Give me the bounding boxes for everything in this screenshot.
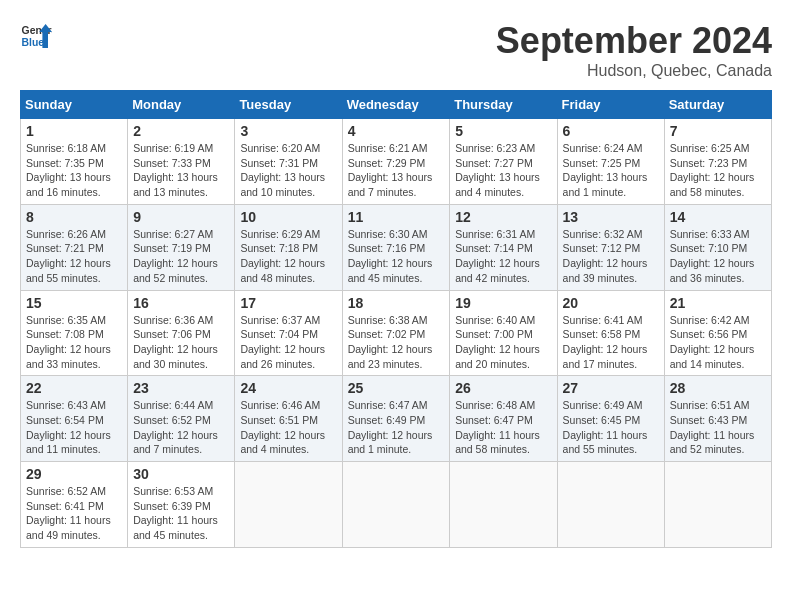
day-info: Sunrise: 6:26 AM Sunset: 7:21 PM Dayligh… [26, 227, 122, 286]
calendar-cell: 1Sunrise: 6:18 AM Sunset: 7:35 PM Daylig… [21, 119, 128, 205]
day-info: Sunrise: 6:40 AM Sunset: 7:00 PM Dayligh… [455, 313, 551, 372]
calendar-cell: 14Sunrise: 6:33 AM Sunset: 7:10 PM Dayli… [664, 204, 771, 290]
title-section: September 2024 Hudson, Quebec, Canada [496, 20, 772, 80]
day-number: 11 [348, 209, 445, 225]
calendar-cell: 3Sunrise: 6:20 AM Sunset: 7:31 PM Daylig… [235, 119, 342, 205]
col-tuesday: Tuesday [235, 91, 342, 119]
day-number: 5 [455, 123, 551, 139]
day-number: 3 [240, 123, 336, 139]
day-info: Sunrise: 6:32 AM Sunset: 7:12 PM Dayligh… [563, 227, 659, 286]
day-info: Sunrise: 6:42 AM Sunset: 6:56 PM Dayligh… [670, 313, 766, 372]
day-info: Sunrise: 6:19 AM Sunset: 7:33 PM Dayligh… [133, 141, 229, 200]
day-info: Sunrise: 6:27 AM Sunset: 7:19 PM Dayligh… [133, 227, 229, 286]
day-number: 30 [133, 466, 229, 482]
svg-text:Blue: Blue [22, 37, 45, 48]
day-number: 28 [670, 380, 766, 396]
calendar-cell: 27Sunrise: 6:49 AM Sunset: 6:45 PM Dayli… [557, 376, 664, 462]
day-number: 24 [240, 380, 336, 396]
col-monday: Monday [128, 91, 235, 119]
calendar-cell: 21Sunrise: 6:42 AM Sunset: 6:56 PM Dayli… [664, 290, 771, 376]
calendar-cell: 23Sunrise: 6:44 AM Sunset: 6:52 PM Dayli… [128, 376, 235, 462]
calendar-cell: 26Sunrise: 6:48 AM Sunset: 6:47 PM Dayli… [450, 376, 557, 462]
day-info: Sunrise: 6:52 AM Sunset: 6:41 PM Dayligh… [26, 484, 122, 543]
col-saturday: Saturday [664, 91, 771, 119]
day-number: 7 [670, 123, 766, 139]
day-info: Sunrise: 6:38 AM Sunset: 7:02 PM Dayligh… [348, 313, 445, 372]
calendar-cell: 4Sunrise: 6:21 AM Sunset: 7:29 PM Daylig… [342, 119, 450, 205]
logo-icon: General Blue [20, 20, 52, 52]
col-friday: Friday [557, 91, 664, 119]
day-info: Sunrise: 6:51 AM Sunset: 6:43 PM Dayligh… [670, 398, 766, 457]
day-number: 13 [563, 209, 659, 225]
calendar-cell: 15Sunrise: 6:35 AM Sunset: 7:08 PM Dayli… [21, 290, 128, 376]
day-info: Sunrise: 6:23 AM Sunset: 7:27 PM Dayligh… [455, 141, 551, 200]
calendar-cell: 19Sunrise: 6:40 AM Sunset: 7:00 PM Dayli… [450, 290, 557, 376]
col-wednesday: Wednesday [342, 91, 450, 119]
day-info: Sunrise: 6:44 AM Sunset: 6:52 PM Dayligh… [133, 398, 229, 457]
day-number: 23 [133, 380, 229, 396]
calendar-week-5: 29Sunrise: 6:52 AM Sunset: 6:41 PM Dayli… [21, 462, 772, 548]
day-info: Sunrise: 6:21 AM Sunset: 7:29 PM Dayligh… [348, 141, 445, 200]
calendar-cell [342, 462, 450, 548]
day-number: 19 [455, 295, 551, 311]
calendar-cell: 17Sunrise: 6:37 AM Sunset: 7:04 PM Dayli… [235, 290, 342, 376]
day-info: Sunrise: 6:47 AM Sunset: 6:49 PM Dayligh… [348, 398, 445, 457]
calendar-cell: 6Sunrise: 6:24 AM Sunset: 7:25 PM Daylig… [557, 119, 664, 205]
day-info: Sunrise: 6:37 AM Sunset: 7:04 PM Dayligh… [240, 313, 336, 372]
calendar-cell: 18Sunrise: 6:38 AM Sunset: 7:02 PM Dayli… [342, 290, 450, 376]
day-number: 9 [133, 209, 229, 225]
day-number: 16 [133, 295, 229, 311]
day-info: Sunrise: 6:31 AM Sunset: 7:14 PM Dayligh… [455, 227, 551, 286]
location: Hudson, Quebec, Canada [496, 62, 772, 80]
day-number: 1 [26, 123, 122, 139]
day-info: Sunrise: 6:43 AM Sunset: 6:54 PM Dayligh… [26, 398, 122, 457]
day-number: 2 [133, 123, 229, 139]
day-number: 20 [563, 295, 659, 311]
month-title: September 2024 [496, 20, 772, 62]
calendar-table: Sunday Monday Tuesday Wednesday Thursday… [20, 90, 772, 548]
calendar-cell: 24Sunrise: 6:46 AM Sunset: 6:51 PM Dayli… [235, 376, 342, 462]
calendar-cell: 29Sunrise: 6:52 AM Sunset: 6:41 PM Dayli… [21, 462, 128, 548]
day-info: Sunrise: 6:24 AM Sunset: 7:25 PM Dayligh… [563, 141, 659, 200]
day-info: Sunrise: 6:25 AM Sunset: 7:23 PM Dayligh… [670, 141, 766, 200]
day-number: 17 [240, 295, 336, 311]
calendar-cell: 5Sunrise: 6:23 AM Sunset: 7:27 PM Daylig… [450, 119, 557, 205]
day-info: Sunrise: 6:41 AM Sunset: 6:58 PM Dayligh… [563, 313, 659, 372]
calendar-cell: 20Sunrise: 6:41 AM Sunset: 6:58 PM Dayli… [557, 290, 664, 376]
calendar-header-row: Sunday Monday Tuesday Wednesday Thursday… [21, 91, 772, 119]
col-thursday: Thursday [450, 91, 557, 119]
day-info: Sunrise: 6:35 AM Sunset: 7:08 PM Dayligh… [26, 313, 122, 372]
calendar-cell: 10Sunrise: 6:29 AM Sunset: 7:18 PM Dayli… [235, 204, 342, 290]
calendar-cell: 9Sunrise: 6:27 AM Sunset: 7:19 PM Daylig… [128, 204, 235, 290]
day-number: 18 [348, 295, 445, 311]
calendar-cell [450, 462, 557, 548]
day-info: Sunrise: 6:30 AM Sunset: 7:16 PM Dayligh… [348, 227, 445, 286]
day-info: Sunrise: 6:46 AM Sunset: 6:51 PM Dayligh… [240, 398, 336, 457]
day-number: 15 [26, 295, 122, 311]
calendar-cell: 28Sunrise: 6:51 AM Sunset: 6:43 PM Dayli… [664, 376, 771, 462]
day-info: Sunrise: 6:33 AM Sunset: 7:10 PM Dayligh… [670, 227, 766, 286]
day-number: 22 [26, 380, 122, 396]
day-info: Sunrise: 6:53 AM Sunset: 6:39 PM Dayligh… [133, 484, 229, 543]
calendar-cell: 13Sunrise: 6:32 AM Sunset: 7:12 PM Dayli… [557, 204, 664, 290]
day-number: 12 [455, 209, 551, 225]
calendar-week-1: 1Sunrise: 6:18 AM Sunset: 7:35 PM Daylig… [21, 119, 772, 205]
day-number: 26 [455, 380, 551, 396]
day-info: Sunrise: 6:49 AM Sunset: 6:45 PM Dayligh… [563, 398, 659, 457]
calendar-cell: 7Sunrise: 6:25 AM Sunset: 7:23 PM Daylig… [664, 119, 771, 205]
day-info: Sunrise: 6:20 AM Sunset: 7:31 PM Dayligh… [240, 141, 336, 200]
calendar-cell: 12Sunrise: 6:31 AM Sunset: 7:14 PM Dayli… [450, 204, 557, 290]
day-number: 4 [348, 123, 445, 139]
day-info: Sunrise: 6:36 AM Sunset: 7:06 PM Dayligh… [133, 313, 229, 372]
calendar-cell: 2Sunrise: 6:19 AM Sunset: 7:33 PM Daylig… [128, 119, 235, 205]
day-info: Sunrise: 6:29 AM Sunset: 7:18 PM Dayligh… [240, 227, 336, 286]
calendar-cell: 22Sunrise: 6:43 AM Sunset: 6:54 PM Dayli… [21, 376, 128, 462]
calendar-cell: 8Sunrise: 6:26 AM Sunset: 7:21 PM Daylig… [21, 204, 128, 290]
col-sunday: Sunday [21, 91, 128, 119]
calendar-cell: 16Sunrise: 6:36 AM Sunset: 7:06 PM Dayli… [128, 290, 235, 376]
calendar-cell: 25Sunrise: 6:47 AM Sunset: 6:49 PM Dayli… [342, 376, 450, 462]
day-number: 27 [563, 380, 659, 396]
calendar-week-4: 22Sunrise: 6:43 AM Sunset: 6:54 PM Dayli… [21, 376, 772, 462]
day-number: 6 [563, 123, 659, 139]
logo: General Blue [20, 20, 52, 52]
